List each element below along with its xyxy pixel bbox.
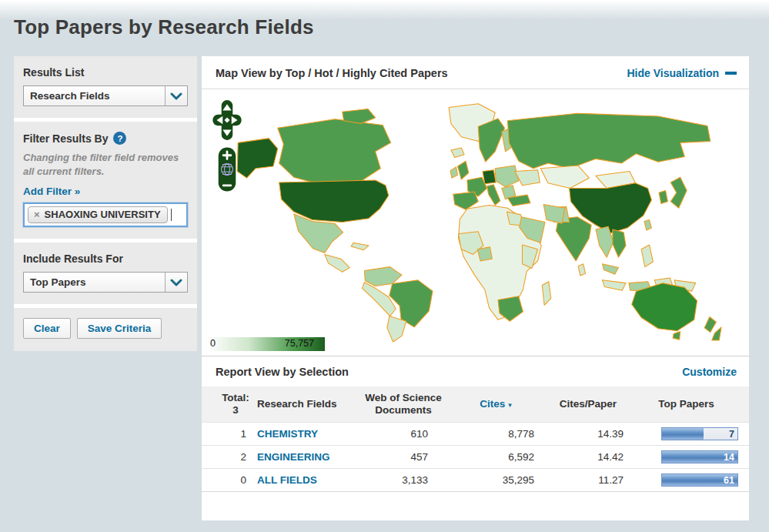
country-malaysia: [603, 264, 619, 274]
eastern-europe: [495, 166, 519, 187]
filter-tag-label: SHAOXING UNIVERSITY: [45, 209, 161, 220]
include-results-label: Include Results For: [23, 253, 188, 265]
north-america-region[interactable]: [237, 104, 495, 273]
include-results-dropdown[interactable]: Top Papers: [23, 272, 188, 293]
map-area: 0 75,757: [202, 89, 749, 356]
include-results-selected-value: Top Papers: [24, 273, 165, 292]
add-filter-link[interactable]: Add Filter »: [23, 186, 80, 197]
country-cuba: [351, 243, 369, 250]
cites-per-paper-value: 11.27: [543, 474, 633, 486]
top-papers-bar: 61: [661, 473, 738, 487]
table-row-all-fields: 0 ALL FIELDS 3,133 35,295 11.27 61: [202, 468, 749, 491]
country-kazakhstan: [540, 166, 589, 189]
country-tasmania: [673, 332, 680, 340]
country-taiwan: [644, 220, 652, 230]
layout: Results List Research Fields Filter Resu…: [14, 56, 769, 520]
filter-note: Changing the filter field removes all cu…: [23, 151, 188, 178]
results-list-selected-value: Research Fields: [24, 86, 165, 105]
legend-max-value: 75,757: [285, 338, 314, 349]
text-caret: [171, 209, 172, 221]
column-header-total: Total: 3: [214, 392, 257, 417]
hide-visualization-link[interactable]: Hide Visualization: [627, 67, 737, 79]
filter-section: Filter Results By ? Changing the filter …: [14, 122, 197, 239]
top-papers-value: 61: [724, 475, 734, 486]
cites-per-paper-value: 14.39: [543, 428, 633, 440]
total-label: Total:: [214, 392, 257, 404]
country-madagascar: [542, 282, 550, 306]
field-link-all-fields[interactable]: ALL FIELDS: [257, 474, 317, 486]
total-count: 3: [214, 404, 257, 417]
column-header-cites-sorted[interactable]: Cites ▾: [448, 398, 543, 410]
remove-tag-x-icon[interactable]: ×: [34, 209, 40, 220]
country-alaska-us: [237, 139, 277, 179]
country-russia: [507, 113, 710, 169]
top-papers-value: 14: [724, 452, 734, 463]
column-header-research-fields[interactable]: Research Fields: [257, 398, 359, 410]
wos-documents-value: 3,133: [359, 474, 448, 486]
country-south-korea: [659, 190, 667, 203]
cites-label: Cites: [480, 398, 505, 410]
country-indonesia-sumatra: [603, 280, 627, 290]
chevron-down-icon[interactable]: [165, 86, 187, 105]
sidebar-actions: Clear Save Criteria: [14, 308, 197, 351]
country-canada: [278, 119, 391, 182]
main-panel: Map View by Top / Hot / Highly Cited Pap…: [202, 56, 749, 520]
column-header-wos-documents[interactable]: Web of Science Documents: [359, 392, 448, 417]
map-legend-gradient: 0 75,757: [208, 337, 325, 351]
results-list-label: Results List: [23, 66, 188, 79]
country-iceland: [451, 148, 464, 157]
top-papers-bar: 7: [661, 427, 738, 440]
wos-documents-value: 457: [359, 451, 448, 463]
map-controls: [212, 100, 242, 192]
field-link-engineering[interactable]: ENGINEERING: [257, 451, 330, 463]
customize-link[interactable]: Customize: [682, 366, 737, 378]
country-nigeria: [477, 247, 492, 261]
country-new-zealand-north: [704, 317, 716, 333]
country-vietnam: [613, 229, 626, 257]
help-question-icon[interactable]: ?: [113, 132, 126, 145]
column-header-top-papers[interactable]: Top Papers: [633, 398, 740, 410]
top-papers-value: 7: [729, 429, 734, 440]
legend-min-value: 0: [210, 338, 216, 349]
chevron-down-icon[interactable]: [165, 273, 187, 292]
country-spain: [453, 192, 478, 209]
map-view-header: Map View by Top / Hot / Highly Cited Pap…: [202, 56, 749, 89]
report-view-header: Report View by Selection Customize: [202, 356, 749, 386]
map-zoom-control[interactable]: [218, 147, 236, 192]
report-table: Total: 3 Research Fields Web of Science …: [202, 386, 749, 492]
save-criteria-button[interactable]: Save Criteria: [77, 318, 162, 339]
clear-button[interactable]: Clear: [23, 318, 71, 339]
oceania-region[interactable]: [603, 278, 722, 340]
hide-visualization-label: Hide Visualization: [627, 67, 719, 79]
country-philippines: [641, 245, 653, 267]
sort-descending-icon: ▾: [508, 401, 512, 409]
country-australia: [632, 283, 697, 331]
page-title: Top Papers by Research Fields: [0, 0, 769, 39]
world-choropleth-map[interactable]: [225, 99, 739, 343]
table-header-row: Total: 3 Research Fields Web of Science …: [202, 386, 749, 422]
row-rank: 2: [214, 451, 257, 463]
country-sri-lanka: [578, 264, 586, 276]
minus-icon: [725, 72, 737, 75]
country-iran: [543, 205, 565, 224]
filter-tag-shaoxing-university[interactable]: × SHAOXING UNIVERSITY: [28, 206, 168, 223]
top-papers-bar: 14: [661, 450, 738, 463]
country-uk: [458, 161, 469, 179]
table-row-chemistry: 1 CHEMISTRY 610 8,778 14.39 7: [202, 422, 749, 445]
country-peru-bolivia: [362, 283, 396, 316]
table-row-engineering: 2 ENGINEERING 457 6,592 14.42 14: [202, 445, 749, 468]
south-america-region[interactable]: [362, 267, 433, 342]
map-view-title: Map View by Top / Hot / Highly Cited Pap…: [216, 67, 448, 79]
column-header-cites-paper[interactable]: Cites/Paper: [543, 398, 633, 410]
map-pan-control[interactable]: [212, 100, 242, 140]
country-italy: [487, 185, 500, 206]
arctic-islands: [343, 109, 376, 123]
results-list-dropdown[interactable]: Research Fields: [23, 85, 188, 106]
field-link-chemistry[interactable]: CHEMISTRY: [257, 428, 318, 440]
report-view-title: Report View by Selection: [216, 366, 349, 378]
east-africa: [522, 245, 537, 269]
row-rank: 1: [214, 428, 257, 440]
filter-input[interactable]: × SHAOXING UNIVERSITY: [23, 202, 188, 227]
country-argentina-chile: [387, 316, 406, 342]
sidebar: Results List Research Fields Filter Resu…: [14, 56, 197, 351]
